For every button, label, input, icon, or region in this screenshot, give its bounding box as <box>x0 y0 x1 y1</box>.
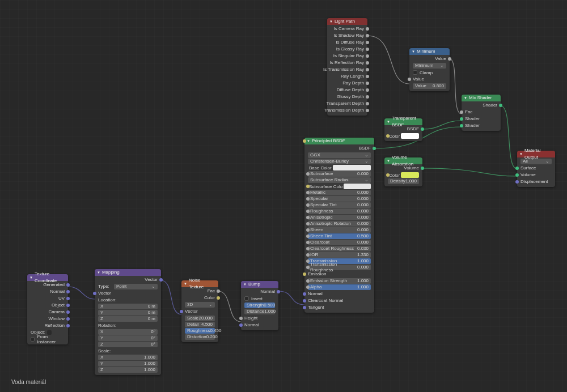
output-is-reflection-ray[interactable]: Is Reflection Ray <box>327 59 367 66</box>
param-sheen[interactable]: Sheen0.000 <box>308 227 371 233</box>
location-x[interactable]: X0 m <box>98 304 158 309</box>
param-transmission-roughness[interactable]: Transmission Roughness0.000 <box>308 265 371 270</box>
detail-field[interactable]: Detail4.500 <box>185 322 215 327</box>
output-value[interactable]: Value <box>409 56 450 62</box>
output-bsdf[interactable]: BSDF <box>384 126 422 133</box>
rotation-y[interactable]: Y0° <box>98 335 158 341</box>
input-height[interactable]: Height <box>241 315 278 322</box>
output-is-glossy-ray[interactable]: Is Glossy Ray <box>327 46 367 53</box>
node-header[interactable]: ▼Material Output <box>517 151 555 157</box>
output-is-diffuse-ray[interactable]: Is Diffuse Ray <box>327 39 367 46</box>
density-field[interactable]: Density1.000 <box>388 178 419 184</box>
node-header[interactable]: ▼Texture Coordinate <box>27 274 68 281</box>
output-shader[interactable]: Shader <box>462 102 501 109</box>
param-specular[interactable]: Specular0.000 <box>308 196 371 202</box>
input-clearcoat-normal[interactable]: Clearcoat Normal <box>304 297 374 304</box>
param-specular-tint[interactable]: Specular Tint0.000 <box>308 202 371 208</box>
color-swatch[interactable]: Color <box>388 172 419 178</box>
param-emission-strength[interactable]: Emission Strength1.000 <box>308 278 371 284</box>
input-value[interactable]: Value <box>409 76 450 83</box>
color-swatch[interactable]: Color <box>388 133 419 139</box>
node-header[interactable]: ▼Transparent BSDF <box>384 118 422 125</box>
base-color-swatch[interactable]: Base Color <box>308 165 371 171</box>
output-camera[interactable]: Camera <box>27 309 68 316</box>
node-volume-absorption[interactable]: ▼Volume Absorption Volume Color Density1… <box>384 157 422 186</box>
scale-z[interactable]: Z1.000 <box>98 367 158 373</box>
location-y[interactable]: Y0 m <box>98 310 158 316</box>
output-normal[interactable]: Normal <box>241 288 278 295</box>
distribution-dropdown[interactable]: GGX <box>308 152 371 158</box>
param-clearcoat-roughness[interactable]: Clearcoat Roughness0.030 <box>308 246 371 252</box>
operation-dropdown[interactable]: Minimum <box>413 63 446 69</box>
param-subsurface-radius[interactable]: Subsurface Radius <box>308 177 371 183</box>
param-alpha[interactable]: Alpha1.000 <box>308 284 371 290</box>
input-fac[interactable]: Fac <box>462 109 501 116</box>
output-transmission-depth[interactable]: Transmission Depth <box>327 107 367 114</box>
output-is-camera-ray[interactable]: Is Camera Ray <box>327 25 367 32</box>
invert-checkbox[interactable]: Invert <box>241 295 278 302</box>
input-vector[interactable]: Vector <box>181 308 218 315</box>
location-z[interactable]: Z0 m <box>98 316 158 322</box>
param-anisotropic[interactable]: Anisotropic0.000 <box>308 215 371 220</box>
output-vector[interactable]: Vector <box>95 276 161 283</box>
output-fac[interactable]: Fac <box>181 288 218 295</box>
input-vector[interactable]: Vector <box>95 290 161 297</box>
node-material-output[interactable]: ▼Material Output All Surface Volume Disp… <box>517 151 555 187</box>
output-bsdf[interactable]: BSDF <box>304 145 374 152</box>
output-is-shadow-ray[interactable]: Is Shadow Ray <box>327 32 367 39</box>
scale-y[interactable]: Y1.000 <box>98 361 158 367</box>
input-normal[interactable]: Normal <box>241 322 278 329</box>
node-header[interactable]: ▼Noise Texture <box>181 280 218 287</box>
output-object[interactable]: Object <box>27 302 68 309</box>
node-mix-shader[interactable]: ▼Mix Shader Shader Fac Shader Shader <box>462 95 501 131</box>
clamp-checkbox[interactable]: Clamp <box>409 69 450 76</box>
node-header[interactable]: ▼Mapping <box>95 269 161 276</box>
output-normal[interactable]: Normal <box>27 288 68 295</box>
output-ray-length[interactable]: Ray Length <box>327 73 367 80</box>
param-metallic[interactable]: Metallic0.000 <box>308 190 371 195</box>
node-transparent-bsdf[interactable]: ▼Transparent BSDF BSDF Color <box>384 118 422 141</box>
value-field[interactable]: Value0.800 <box>413 83 446 89</box>
input-tangent[interactable]: Tangent <box>304 304 374 311</box>
output-glossy-depth[interactable]: Glossy Depth <box>327 93 367 100</box>
param-subsurface[interactable]: Subsurface0.000 <box>308 171 371 177</box>
output-transparent-depth[interactable]: Transparent Depth <box>327 100 367 107</box>
param-sheen-tint[interactable]: Sheen Tint0.500 <box>308 233 371 239</box>
input-normal[interactable]: Normal <box>304 291 374 297</box>
output-uv[interactable]: UV <box>27 295 68 302</box>
node-texture-coordinate[interactable]: ▼Texture Coordinate Generated Normal UV … <box>27 274 68 344</box>
output-generated[interactable]: Generated <box>27 282 68 288</box>
param-roughness[interactable]: Roughness0.000 <box>308 208 371 214</box>
output-color[interactable]: Color <box>181 295 218 301</box>
scale-x[interactable]: X1.000 <box>98 355 158 360</box>
param-subsurface-colo[interactable]: Subsurface Colo <box>308 184 371 189</box>
node-header[interactable]: ▼Principled BSDF <box>304 138 374 144</box>
node-header[interactable]: ▼Volume Absorption <box>384 157 422 164</box>
node-header[interactable]: ▼Bump <box>241 281 278 288</box>
sss-method-dropdown[interactable]: Christensen-Burley <box>308 159 371 164</box>
node-mapping[interactable]: ▼Mapping Vector Type: Point Vector Locat… <box>95 269 161 375</box>
input-surface[interactable]: Surface <box>517 165 555 172</box>
node-noise-texture[interactable]: ▼Noise Texture Fac Color 3D Vector Scale… <box>181 280 218 342</box>
output-reflection[interactable]: Reflection <box>27 322 68 329</box>
output-diffuse-depth[interactable]: Diffuse Depth <box>327 87 367 93</box>
output-ray-depth[interactable]: Ray Depth <box>327 80 367 87</box>
rotation-z[interactable]: Z0° <box>98 342 158 347</box>
distance-field[interactable]: Distance1.000 <box>244 309 275 314</box>
output-is-singular-ray[interactable]: Is Singular Ray <box>327 53 367 59</box>
node-header[interactable]: ▼Minimum <box>409 48 450 55</box>
param-anisotropic-rotation[interactable]: Anisotropic Rotation0.000 <box>308 221 371 227</box>
param-emission[interactable]: Emission <box>304 271 374 278</box>
node-header[interactable]: ▼Light Path <box>327 18 367 25</box>
roughness-field[interactable]: Roughness0.450 <box>185 328 215 334</box>
node-light-path[interactable]: ▼Light Path Is Camera RayIs Shadow RayIs… <box>327 18 367 116</box>
node-principled-bsdf[interactable]: ▼Principled BSDF BSDF GGX Christensen-Bu… <box>304 138 374 313</box>
input-shader-2[interactable]: Shader <box>462 122 501 129</box>
strength-field[interactable]: Strength0.500 <box>244 302 275 308</box>
dimensions-dropdown[interactable]: 3D <box>185 302 215 308</box>
param-clearcoat[interactable]: Clearcoat0.000 <box>308 240 371 245</box>
rotation-x[interactable]: X0° <box>98 329 158 335</box>
input-volume[interactable]: Volume <box>517 172 555 178</box>
input-displacement[interactable]: Displacement <box>517 178 555 185</box>
object-picker[interactable]: Object: <box>27 329 68 336</box>
